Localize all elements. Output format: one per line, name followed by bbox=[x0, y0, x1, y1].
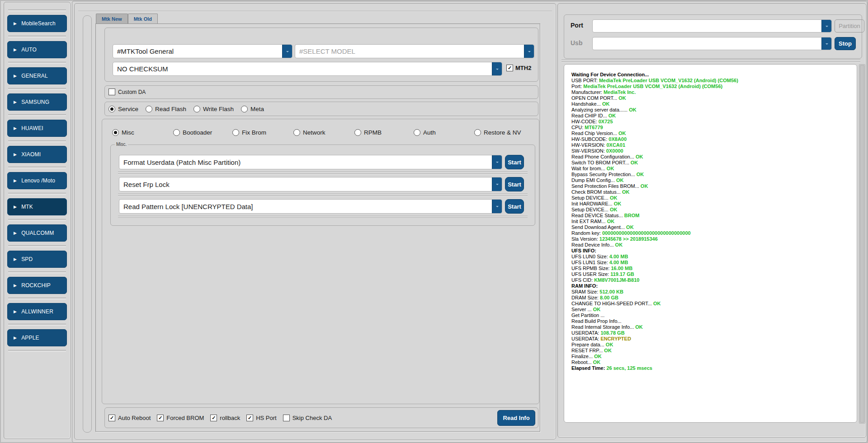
radio-rpmb[interactable]: RPMB bbox=[354, 129, 382, 136]
log-segment: OK bbox=[641, 183, 648, 189]
port-label: Port bbox=[571, 22, 583, 29]
start-button[interactable]: Start bbox=[505, 155, 524, 169]
start-button[interactable]: Start bbox=[505, 177, 524, 191]
radio-write-flash[interactable]: Write Flash bbox=[193, 106, 234, 112]
radio-label: Meta bbox=[250, 106, 264, 112]
radio-fix-brom[interactable]: Fix Brom bbox=[232, 129, 266, 136]
log-line: Bypass Security Protection... OK bbox=[571, 172, 852, 177]
sidebar-item-mobilesearch[interactable]: ▶MobileSearch bbox=[7, 15, 67, 32]
start-button[interactable]: Start bbox=[505, 199, 524, 214]
checkbox-auto-reboot[interactable]: ✓Auto Reboot bbox=[108, 415, 151, 421]
chevron-down-icon[interactable] bbox=[492, 155, 502, 169]
checkbox-label: HS Port bbox=[256, 415, 277, 421]
radio-meta[interactable]: Meta bbox=[241, 106, 264, 112]
chevron-down-icon[interactable] bbox=[492, 62, 502, 75]
log-segment: UFS INFO: bbox=[571, 248, 596, 253]
log-segment: KM8V7001JM-B810 bbox=[594, 277, 639, 283]
radio-auth[interactable]: Auth bbox=[414, 129, 436, 136]
log-line: HW-VERSION: 0XCA01 bbox=[571, 142, 852, 148]
radio-read-flash[interactable]: Read Flash bbox=[146, 106, 186, 112]
log-segment: Read Phone Configuration... bbox=[571, 154, 636, 159]
log-segment: 0X0000 bbox=[606, 148, 623, 154]
partition-button[interactable]: Partition bbox=[835, 19, 864, 33]
log-segment: Server ... bbox=[571, 307, 593, 312]
log-segment: UFS USER Size: bbox=[571, 271, 610, 277]
log-segment: OK bbox=[606, 342, 613, 347]
port-dropdown[interactable] bbox=[592, 19, 832, 33]
sidebar-item-general[interactable]: ▶GENERAL bbox=[7, 67, 67, 84]
log-segment: OK bbox=[618, 95, 626, 101]
radio-label: Auth bbox=[423, 129, 436, 136]
chevron-down-icon[interactable] bbox=[492, 200, 502, 213]
radio-network[interactable]: Network bbox=[293, 129, 326, 136]
log-line: Elapsed Time: 26 secs, 125 msecs bbox=[571, 365, 852, 371]
sidebar-item-rockchip[interactable]: ▶ROCKCHIP bbox=[7, 277, 67, 294]
log-segment: MT6779 bbox=[585, 125, 603, 130]
sidebar-item-apple[interactable]: ▶APPLE bbox=[7, 329, 67, 346]
sidebar-item-huawei[interactable]: ▶HUAWEI bbox=[7, 120, 67, 137]
log-scrollbar[interactable] bbox=[859, 64, 865, 424]
log-line: RESET FRP... OK bbox=[571, 348, 852, 354]
checkbox-box bbox=[108, 89, 115, 95]
radio-bootloader[interactable]: Bootloader bbox=[173, 129, 212, 136]
usb-label: Usb bbox=[571, 39, 582, 47]
chevron-down-icon[interactable] bbox=[821, 37, 831, 50]
radio-label: Restore & NV bbox=[484, 129, 521, 136]
read-info-button[interactable]: Read Info bbox=[497, 410, 535, 426]
sidebar-item-auto[interactable]: ▶AUTO bbox=[7, 41, 67, 58]
radio-label: Service bbox=[118, 106, 138, 112]
log-line: Switch TO BROM PORT... OK bbox=[571, 160, 852, 166]
checkbox-hs-port[interactable]: ✓HS Port bbox=[246, 415, 277, 421]
log-output[interactable]: Waiting For Device Connection...USB PORT… bbox=[564, 64, 857, 423]
misc-action-dropdown[interactable]: Read Pattern Lock [UNENCRYPTED Data] bbox=[119, 199, 502, 214]
sidebar-item-allwinner[interactable]: ▶ALLWINNER bbox=[7, 303, 67, 320]
tab-mtk-old[interactable]: Mtk Old bbox=[128, 14, 158, 24]
misc-action-dropdown[interactable]: Format Userdata (Patch Misc Partition) bbox=[119, 155, 502, 169]
radio-misc[interactable]: Misc bbox=[112, 129, 134, 136]
log-scrollbar-thumb[interactable] bbox=[860, 65, 864, 423]
misc-action-dropdown[interactable]: Reset Frp Lock bbox=[119, 177, 502, 191]
log-segment: 16.00 MB bbox=[611, 266, 632, 271]
checksum-dropdown[interactable]: NO CHECKSUM bbox=[113, 62, 502, 76]
sidebar-item-samsung[interactable]: ▶SAMSUNG bbox=[7, 93, 67, 111]
sidebar-item-xiaomi[interactable]: ▶XIAOMI bbox=[7, 146, 67, 163]
log-segment: MediaTek PreLoader USB VCOM_V1632 (Andro… bbox=[599, 78, 738, 83]
tool-dropdown[interactable]: #MTKTool General bbox=[113, 44, 292, 58]
play-icon: ▶ bbox=[14, 126, 17, 131]
play-icon: ▶ bbox=[14, 74, 17, 78]
log-segment: 4.00 MB bbox=[609, 260, 628, 265]
splitter-grip bbox=[8, 245, 66, 247]
checkbox-rollback[interactable]: ✓rollback bbox=[210, 415, 240, 421]
radio-service[interactable]: Service bbox=[108, 106, 138, 112]
collapsed-splitter[interactable] bbox=[83, 15, 92, 433]
log-segment: Random key: bbox=[571, 230, 602, 236]
checkbox-box: ✓ bbox=[157, 415, 164, 421]
radio-restore-nv[interactable]: Restore & NV bbox=[474, 129, 521, 136]
play-icon: ▶ bbox=[14, 283, 17, 288]
custom-da-checkbox[interactable]: Custom DA bbox=[108, 89, 146, 95]
log-segment: Get Partition ... bbox=[571, 312, 604, 318]
chevron-down-icon[interactable] bbox=[524, 45, 534, 58]
log-segment: Port: bbox=[571, 84, 583, 89]
log-segment: OK bbox=[594, 354, 602, 359]
checkbox-skip-check-da[interactable]: Skip Check DA bbox=[283, 415, 332, 421]
sidebar-item-qualcomm[interactable]: ▶QUALCOMM bbox=[7, 224, 67, 242]
radio-circle-icon bbox=[112, 129, 119, 136]
log-segment: Read Chip Version... bbox=[571, 131, 618, 136]
log-segment: UFS LUN0 Size: bbox=[571, 254, 609, 259]
splitter-grip bbox=[8, 114, 66, 116]
chevron-down-icon[interactable] bbox=[282, 45, 292, 58]
mth2-checkbox[interactable]: ✓ MTH2 bbox=[506, 65, 531, 71]
sidebar-item-spd[interactable]: ▶SPD bbox=[7, 251, 67, 268]
stop-button[interactable]: Stop bbox=[835, 37, 856, 50]
splitter-grip bbox=[8, 88, 66, 90]
chevron-down-icon[interactable] bbox=[821, 20, 831, 32]
sidebar-item-lenovo-moto[interactable]: ▶Lenovo /Moto bbox=[7, 172, 67, 189]
log-segment: OK bbox=[631, 160, 638, 165]
sidebar-item-mtk[interactable]: ▶MTK bbox=[7, 198, 67, 215]
chevron-down-icon[interactable] bbox=[492, 177, 502, 191]
tab-mtk-new[interactable]: Mtk New bbox=[96, 14, 128, 24]
model-dropdown[interactable]: #SELECT MODEL bbox=[295, 44, 534, 58]
checkbox-forced-brom[interactable]: ✓Forced BROM bbox=[157, 415, 204, 421]
usb-dropdown[interactable] bbox=[592, 37, 832, 50]
